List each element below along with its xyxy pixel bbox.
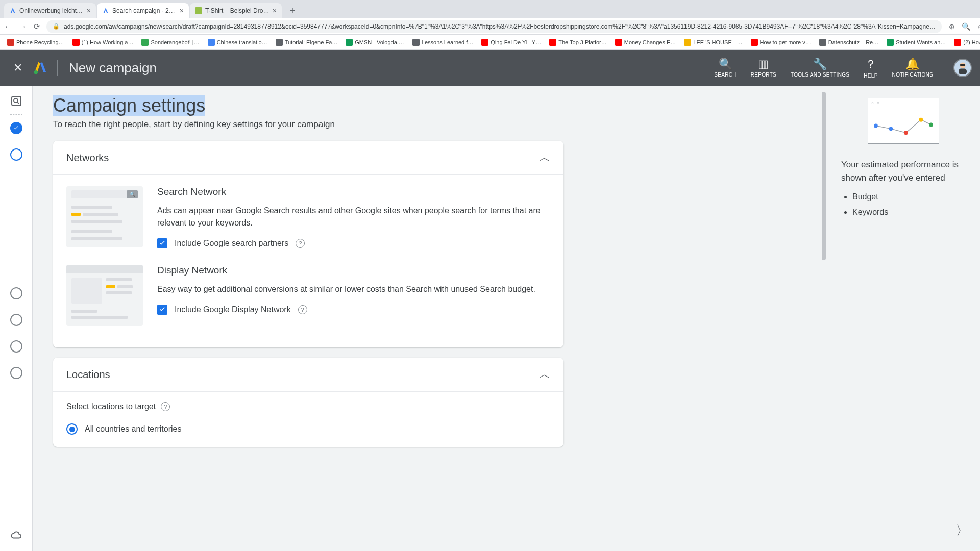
svg-point-7 (874, 124, 878, 128)
share-icon[interactable]: ⎋ (976, 22, 980, 31)
card-heading: Locations (66, 369, 110, 381)
bookmark-item[interactable]: (2) How To Add A… (951, 38, 980, 47)
avatar-icon (954, 59, 971, 77)
search-button[interactable]: 🔍 SEARCH (714, 58, 736, 78)
bookmark-favicon-icon (7, 39, 14, 46)
step-future[interactable] (10, 314, 22, 326)
scrollbar-thumb[interactable] (822, 92, 826, 260)
step-future[interactable] (10, 340, 22, 353)
action-label: REPORTS (751, 72, 776, 78)
reload-icon[interactable]: ⟳ (34, 22, 40, 31)
step-completed[interactable] (10, 122, 22, 134)
browser-tab-strip: Onlinewerbung leicht gemacht × Search ca… (0, 0, 980, 18)
bookmark-item[interactable]: Sonderangebot! |… (138, 38, 202, 47)
bookmark-item[interactable]: Datenschutz – Re… (816, 38, 881, 47)
google-ads-logo-icon[interactable] (33, 60, 48, 76)
browser-tab[interactable]: T-Shirt – Beispiel Dropshippin × (190, 3, 282, 18)
close-button[interactable]: ✕ (8, 56, 28, 80)
notifications-button[interactable]: 🔔 NOTIFICATIONS (892, 58, 933, 78)
bookmark-favicon-icon (887, 39, 894, 46)
app-header: ✕ New campaign 🔍 SEARCH ▥ REPORTS 🔧 TOOL… (0, 50, 980, 86)
stepper-nav (0, 86, 33, 551)
tab-title: T-Shirt – Beispiel Dropshippin (205, 7, 270, 14)
tab-close-icon[interactable]: × (273, 7, 277, 15)
lock-icon: 🔒 (53, 23, 60, 30)
bookmark-favicon-icon (615, 39, 622, 46)
svg-rect-3 (960, 64, 965, 66)
bookmark-item[interactable]: Student Wants an… (884, 38, 949, 47)
bookmark-item[interactable]: Tutorial: Eigene Fa… (273, 38, 341, 47)
bookmark-item[interactable]: How to get more v… (748, 38, 814, 47)
ads-favicon-icon (9, 7, 16, 14)
bookmark-item[interactable]: (1) How Working a… (69, 38, 137, 47)
step-future[interactable] (10, 287, 22, 299)
bookmark-item[interactable]: LEE 'S HOUSE - … (681, 38, 745, 47)
help-icon[interactable]: ? (298, 305, 307, 314)
bookmark-item[interactable]: Money Changes E… (612, 38, 679, 47)
bookmark-item[interactable]: GMSN - Vologda,… (342, 38, 407, 47)
zoom-icon[interactable]: 🔍 (962, 22, 970, 31)
bookmark-item[interactable]: Lessons Learned f… (409, 38, 477, 47)
help-icon: ？ (865, 57, 876, 72)
bookmark-item[interactable]: Phone Recycling… (4, 38, 67, 47)
step-current[interactable] (10, 148, 22, 161)
locations-card: Locations ︿ Select locations to target ?… (53, 358, 564, 447)
tab-close-icon[interactable]: × (180, 7, 184, 15)
bookmark-label: Money Changes E… (624, 39, 676, 45)
locations-subtitle: Select locations to target (66, 402, 156, 411)
back-icon[interactable]: ← (4, 22, 12, 31)
action-label: HELP (864, 73, 877, 79)
browser-tab[interactable]: Onlinewerbung leicht gemacht × (4, 3, 96, 18)
location-radio-all[interactable] (66, 423, 78, 435)
svg-line-6 (17, 102, 19, 104)
tab-close-icon[interactable]: × (87, 7, 91, 15)
display-network-checkbox[interactable] (157, 305, 167, 315)
bookmark-favicon-icon (276, 39, 283, 46)
new-tab-button[interactable]: + (286, 4, 299, 17)
account-avatar[interactable] (953, 59, 972, 77)
forward-icon[interactable]: → (19, 22, 27, 31)
line-chart-icon (873, 111, 934, 138)
action-label: TOOLS AND SETTINGS (791, 72, 849, 78)
step-future[interactable] (10, 367, 22, 379)
display-network-thumb (66, 265, 143, 326)
tab-title: Search campaign - 279-560-1 (112, 7, 177, 14)
tools-settings-button[interactable]: 🔧 TOOLS AND SETTINGS (791, 58, 849, 78)
bookmark-item[interactable]: The Top 3 Platfor… (546, 38, 610, 47)
search-step-icon[interactable] (10, 95, 22, 107)
bookmark-label: Lessons Learned f… (422, 39, 474, 45)
locations-header[interactable]: Locations ︿ (53, 358, 564, 391)
bookmark-label: Student Wants an… (896, 39, 946, 45)
url-input[interactable]: 🔒 ads.google.com/aw/campaigns/new/search… (46, 20, 942, 33)
reports-button[interactable]: ▥ REPORTS (751, 58, 776, 78)
sidebar-bullet: Keywords (852, 208, 966, 217)
help-icon[interactable]: ? (161, 402, 170, 411)
bookmark-favicon-icon (412, 39, 420, 46)
help-icon[interactable]: ? (296, 239, 305, 248)
display-network-title: Display Network (157, 265, 535, 276)
translate-icon[interactable]: ⊕ (948, 22, 956, 31)
tab-title: Onlinewerbung leicht gemacht (19, 7, 84, 14)
display-network-desc: Easy way to get additional conversions a… (157, 283, 535, 295)
help-button[interactable]: ？ HELP (864, 57, 877, 79)
search-partners-checkbox[interactable] (157, 238, 167, 248)
bookmark-favicon-icon (549, 39, 556, 46)
bookmark-item[interactable]: Chinese translatio… (205, 38, 271, 47)
cloud-icon[interactable] (11, 530, 22, 541)
networks-header[interactable]: Networks ︿ (53, 141, 564, 174)
browser-tab-active[interactable]: Search campaign - 279-560-1 × (97, 3, 189, 18)
bookmark-favicon-icon (954, 39, 961, 46)
performance-illustration: ○ ○ (868, 98, 939, 144)
action-label: NOTIFICATIONS (892, 72, 933, 78)
page-subtitle: To reach the right people, start by defi… (53, 119, 564, 130)
shopify-favicon-icon (195, 7, 202, 14)
bookmark-label: The Top 3 Platfor… (558, 39, 607, 45)
bookmark-item[interactable]: Qing Fei De Yi - Y… (478, 38, 544, 47)
next-arrow-button[interactable]: 〉 (955, 522, 969, 540)
bookmark-label: (1) How Working a… (82, 39, 134, 45)
content-scroll[interactable]: Campaign settings To reach the right peo… (33, 86, 827, 551)
radio-label: All countries and territories (85, 424, 181, 434)
bookmark-label: Sonderangebot! |… (151, 39, 199, 45)
sidebar-text: Your estimated performance is shown afte… (841, 158, 966, 184)
ads-favicon-icon (102, 7, 109, 14)
